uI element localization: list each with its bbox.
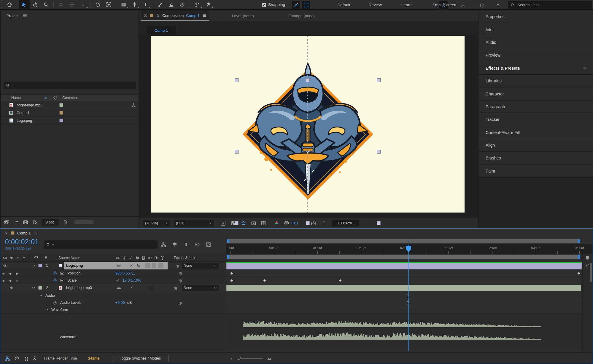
view-axis-mode-button[interactable] xyxy=(478,1,487,10)
live-update-icon[interactable] xyxy=(585,263,590,268)
zoom-in-mountain-icon[interactable] xyxy=(267,356,272,361)
pickwhip-icon[interactable] xyxy=(178,271,183,276)
selection-handle-bottom-center[interactable] xyxy=(306,221,310,225)
panel-menu-icon[interactable] xyxy=(34,231,38,235)
fast-previews-icon[interactable] xyxy=(220,220,226,226)
anchor-point-icon[interactable] xyxy=(306,149,310,154)
selection-handle-top-right[interactable] xyxy=(377,78,381,82)
tab-layer[interactable]: Layer (none) xyxy=(232,10,254,21)
work-area-end-handle[interactable] xyxy=(578,239,580,243)
pickwhip-icon[interactable] xyxy=(178,300,183,305)
new-folder-icon[interactable] xyxy=(13,219,19,225)
layer-name[interactable]: Logo.png xyxy=(66,264,83,268)
layer-label-swatch[interactable] xyxy=(38,264,42,268)
layer-label-swatch[interactable] xyxy=(38,286,42,290)
brush-tool[interactable] xyxy=(155,0,166,9)
pan-behind-tool[interactable] xyxy=(103,0,114,9)
property-row-audio-levels[interactable]: Audio Levels +0,00 dB xyxy=(0,299,226,306)
rectangle-tool[interactable] xyxy=(118,0,129,9)
motion-blur-column-icon[interactable] xyxy=(147,256,152,260)
mini-flowchart-icon[interactable] xyxy=(4,355,10,361)
property-label[interactable]: Audio Levels xyxy=(60,301,82,305)
keyframe-next-icon[interactable]: ▶ xyxy=(16,279,19,282)
property-label[interactable]: Scale xyxy=(67,278,77,282)
collapse-transformations-icon[interactable] xyxy=(122,256,127,260)
keyframe-diamond[interactable]: ◆ xyxy=(230,271,233,275)
timeline-zoom-slider-knob[interactable] xyxy=(238,357,241,360)
snapshot-camera-icon[interactable] xyxy=(311,220,317,226)
fx-icon[interactable]: fx xyxy=(135,263,141,269)
bit-depth-button[interactable]: 8 bpc xyxy=(42,219,59,226)
unlock-icon[interactable] xyxy=(156,13,160,17)
keyframe-add-icon[interactable]: ◆ xyxy=(9,272,12,275)
panel-menu-icon[interactable] xyxy=(582,66,587,71)
panel-tab-audio[interactable]: Audio xyxy=(478,36,593,49)
label-swatch-tan[interactable] xyxy=(59,111,63,115)
panel-tab-align[interactable]: Align xyxy=(478,139,593,152)
layer-row-logo[interactable]: 1 Logo.png fx None xyxy=(0,262,226,270)
group-label[interactable]: Audio xyxy=(45,293,55,298)
vertical-scrollbar[interactable] xyxy=(590,263,592,282)
interpret-footage-icon[interactable] xyxy=(4,219,9,225)
current-time-display[interactable]: 0:00:02:01 xyxy=(5,238,39,246)
timeline-tab[interactable]: Comp 1 xyxy=(0,229,226,237)
layer-name[interactable]: bright-logo.mp3 xyxy=(66,286,92,290)
panel-tab-character[interactable]: Character xyxy=(478,87,593,100)
comp-marker-icon[interactable] xyxy=(585,255,590,261)
group-row-waveform[interactable]: Waveform xyxy=(0,306,226,314)
sort-ascending-icon[interactable] xyxy=(43,96,48,100)
selection-handle-middle-right[interactable] xyxy=(377,150,381,154)
workspace-overflow-chevrons[interactable]: » xyxy=(493,0,504,10)
new-composition-icon[interactable] xyxy=(23,219,28,225)
workspace-tab-review[interactable]: Review xyxy=(363,0,388,10)
help-search-input[interactable] xyxy=(517,3,589,7)
speaker-icon[interactable] xyxy=(9,285,14,290)
graph-editor-icon[interactable] xyxy=(206,242,212,248)
label-swatch-lavender[interactable] xyxy=(59,119,63,122)
quality-icon[interactable] xyxy=(128,256,133,260)
project-item-audio[interactable]: bright-logo.mp3 xyxy=(1,101,139,109)
horizontal-scrollbar[interactable] xyxy=(74,220,94,224)
character-animator-icon[interactable] xyxy=(32,355,38,361)
tab-composition[interactable]: Composition Comp 1 xyxy=(141,10,209,21)
chevron-down-icon[interactable] xyxy=(45,308,49,312)
layer-bar-audio[interactable] xyxy=(226,285,581,291)
panel-tab-properties[interactable]: Properties xyxy=(478,10,593,23)
audio-levels-value[interactable]: +0,00 xyxy=(115,301,125,305)
shy-icon[interactable] xyxy=(117,263,121,268)
draft-mode-icon[interactable] xyxy=(14,355,20,361)
close-icon[interactable] xyxy=(144,14,147,17)
panel-tab-preview[interactable]: Preview xyxy=(478,49,593,62)
magnification-dropdown[interactable]: (76,9%) xyxy=(143,220,170,226)
project-search-input[interactable] xyxy=(15,83,134,88)
keyframe-diamond[interactable]: ◆ xyxy=(263,278,266,282)
switch-cell[interactable] xyxy=(152,263,156,268)
playhead-line[interactable] xyxy=(408,245,409,351)
panel-tab-info[interactable]: Info xyxy=(478,23,593,36)
adjustment-layer-icon[interactable] xyxy=(154,256,158,260)
resolution-dropdown[interactable]: (Full) xyxy=(174,220,214,226)
render-settings-icon[interactable] xyxy=(32,219,38,225)
dolly-camera-tool[interactable] xyxy=(77,0,88,9)
trash-icon[interactable] xyxy=(62,219,68,225)
keyframe-diamond[interactable]: ◆ xyxy=(577,271,581,275)
switch-cell[interactable] xyxy=(158,263,163,268)
stopwatch-icon[interactable] xyxy=(53,278,58,283)
project-item-image[interactable]: Logo.png xyxy=(1,117,139,124)
panel-tab-tracker[interactable]: Tracker xyxy=(478,113,593,126)
channel-rgb-icon[interactable] xyxy=(274,220,280,226)
region-of-interest-icon[interactable] xyxy=(251,220,257,226)
exposure-value[interactable]: +0,0 xyxy=(291,221,298,225)
timeline-search-input[interactable] xyxy=(55,242,155,247)
panel-tab-effects-presets[interactable]: Effects & Presets xyxy=(478,62,593,75)
graph-icon[interactable] xyxy=(60,271,65,276)
tab-footage[interactable]: Footage (none) xyxy=(288,10,315,21)
work-area-start-handle[interactable] xyxy=(227,239,229,243)
cube-3d-icon[interactable] xyxy=(160,256,165,260)
chevron-down-icon[interactable] xyxy=(32,264,36,268)
pickwhip-icon[interactable] xyxy=(173,285,178,290)
zoom-out-mountain-icon[interactable] xyxy=(229,356,234,361)
selection-handle-top-left[interactable] xyxy=(235,78,239,82)
property-row-position[interactable]: ◀ ◆ ▶ Position 960,0,557,1 xyxy=(0,270,226,277)
layer-bar-logo[interactable] xyxy=(226,263,582,269)
